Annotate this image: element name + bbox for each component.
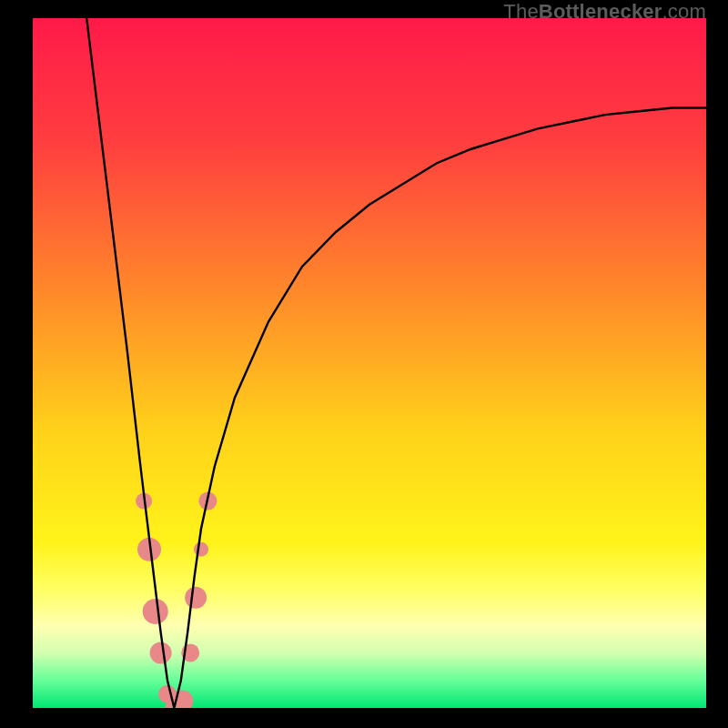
plot-area xyxy=(33,18,706,708)
gradient-background xyxy=(33,18,706,708)
marker-point xyxy=(194,542,208,557)
marker-point xyxy=(143,599,168,624)
chart-frame: TheBottlenecker.com xyxy=(0,0,728,728)
marker-point xyxy=(150,642,172,663)
chart-svg xyxy=(33,18,706,708)
marker-point xyxy=(185,587,207,609)
